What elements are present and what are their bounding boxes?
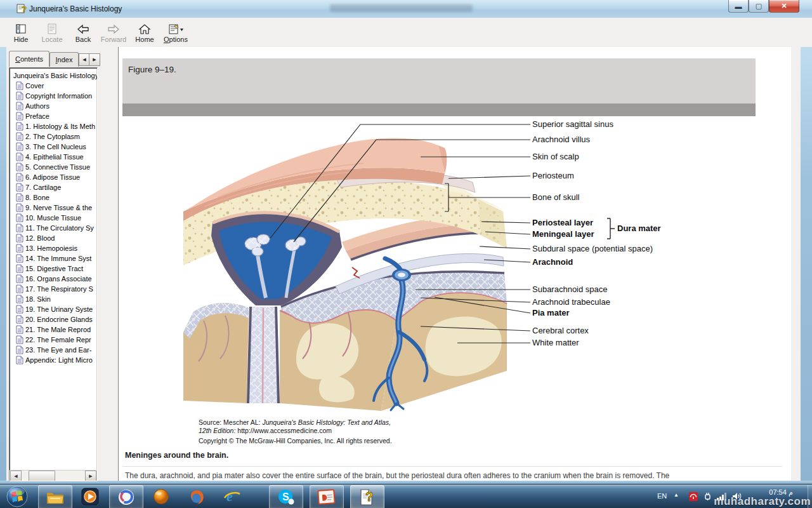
taskbar-skype-button[interactable]: S bbox=[269, 485, 303, 508]
locate-button[interactable]: Locate bbox=[37, 20, 67, 46]
toc-item[interactable]: 2. The Cytoplasm bbox=[10, 131, 97, 142]
toc-item[interactable]: 15. Digestive Tract bbox=[10, 264, 97, 274]
toc-horizontal-scrollbar[interactable]: ◀ ▶ bbox=[10, 470, 96, 481]
toc-item-label: 5. Connective Tissue bbox=[25, 163, 90, 171]
toc-item[interactable]: 11. The Circulatory Sy bbox=[10, 223, 97, 233]
toc-item[interactable]: 8. Bone bbox=[10, 192, 97, 203]
hscroll-right-arrow[interactable]: ▶ bbox=[85, 471, 96, 481]
toc-item[interactable]: 3. The Cell Nucleus bbox=[10, 142, 97, 152]
figure-label: Subarachnoid space bbox=[532, 284, 608, 294]
figure-label: Cerebral cortex bbox=[532, 326, 589, 335]
toc-item-label: 4. Epithelial Tissue bbox=[25, 153, 84, 161]
start-button[interactable] bbox=[3, 485, 31, 508]
toc-item-label: 3. The Cell Nucleus bbox=[25, 143, 86, 150]
locate-label: Locate bbox=[41, 36, 62, 43]
source-copyright: Copyright © The McGraw-Hill Companies, I… bbox=[199, 437, 392, 445]
page-icon bbox=[16, 264, 23, 273]
toc-item[interactable]: 21. The Male Reprod bbox=[10, 324, 97, 335]
toc-item-label: 18. Skin bbox=[25, 295, 51, 303]
toc-item[interactable]: 12. Blood bbox=[10, 233, 97, 243]
firefox-icon bbox=[188, 488, 206, 505]
source-title: Junqueira's Basic Histology: Text and At… bbox=[262, 418, 391, 426]
toc-item[interactable]: 18. Skin bbox=[10, 294, 97, 304]
taskbar-browser-swirl-button[interactable] bbox=[109, 485, 143, 508]
toc-item-label: 13. Hemopoiesis bbox=[25, 244, 77, 252]
toc-item[interactable]: Preface bbox=[10, 111, 97, 121]
tray-show-hidden-icons[interactable]: ▲ bbox=[674, 492, 679, 498]
back-button[interactable]: Back bbox=[70, 20, 96, 46]
tab-scroll-right-button[interactable]: ▶ bbox=[89, 53, 100, 66]
toc-item[interactable]: 20. Endocrine Glands bbox=[10, 314, 97, 324]
tab-index[interactable]: Index bbox=[49, 52, 79, 67]
toc-tree[interactable]: Junqueira's Basic HistologyCoverCopyrigh… bbox=[9, 67, 98, 481]
windows-explorer-icon bbox=[46, 489, 65, 505]
hscroll-left-arrow[interactable]: ◀ bbox=[10, 471, 22, 481]
tab-contents[interactable]: Contents bbox=[9, 51, 49, 67]
maximize-button[interactable]: ▢ bbox=[749, 0, 769, 13]
figure-caption-body: The dura, arachnoid, and pia mater also … bbox=[125, 471, 785, 480]
caption-divider bbox=[122, 466, 782, 467]
toc-item-label: 21. The Male Reprod bbox=[25, 326, 91, 333]
toc-item[interactable]: 17. The Respiratory S bbox=[10, 284, 97, 294]
taskbar-internet-explorer-button[interactable]: e bbox=[216, 485, 249, 508]
taskbar-powerpoint-button[interactable] bbox=[310, 485, 344, 508]
page-icon bbox=[16, 295, 23, 304]
figure-label: Superior sagittal sinus bbox=[532, 119, 613, 129]
titlebar[interactable]: ? Junqueira's Basic Histology ▬ ▢ ✕ bbox=[0, 0, 812, 18]
toc-item[interactable]: 5. Connective Tissue bbox=[10, 162, 97, 172]
forward-button[interactable]: Forward bbox=[98, 20, 129, 46]
hscroll-thumb[interactable] bbox=[29, 471, 55, 481]
hide-button[interactable]: Hide bbox=[8, 20, 34, 46]
page-icon bbox=[16, 91, 23, 100]
forward-label: Forward bbox=[101, 36, 126, 43]
page-icon bbox=[16, 244, 23, 253]
toc-item-label: 1. Histology & Its Meth bbox=[25, 123, 95, 130]
tray-language-indicator[interactable]: EN bbox=[657, 492, 667, 500]
toc-item[interactable]: 6. Adipose Tissue bbox=[10, 172, 97, 182]
hide-label: Hide bbox=[14, 36, 29, 43]
toc-item[interactable]: 9. Nerve Tissue & the bbox=[10, 203, 97, 213]
home-button[interactable]: Home bbox=[131, 20, 159, 46]
toc-root-item[interactable]: Junqueira's Basic Histology bbox=[10, 70, 97, 81]
page-icon bbox=[16, 213, 23, 222]
toc-item[interactable]: Appendix: Light Micro bbox=[10, 355, 97, 365]
close-button[interactable]: ✕ bbox=[769, 0, 799, 13]
minimize-button[interactable]: ▬ bbox=[728, 0, 749, 13]
toc-item-label: Preface bbox=[25, 112, 49, 120]
toc-item[interactable]: Authors bbox=[10, 101, 97, 111]
toc-item-label: 16. Organs Associate bbox=[25, 275, 92, 283]
toc-item[interactable]: 14. The Immune Syst bbox=[10, 253, 97, 264]
toc-item[interactable]: 7. Cartilage bbox=[10, 182, 97, 192]
home-icon bbox=[138, 23, 151, 35]
page-icon bbox=[16, 254, 23, 263]
toc-item[interactable]: 13. Hemopoiesis bbox=[10, 243, 97, 253]
background-window-title-blur bbox=[330, 4, 473, 12]
locate-icon bbox=[46, 23, 58, 35]
taskbar-help-viewer-button[interactable]: ? bbox=[350, 485, 384, 508]
tray-antivirus-icon[interactable] bbox=[689, 492, 698, 501]
toc-item[interactable]: 10. Muscle Tissue bbox=[10, 213, 97, 223]
toc-item[interactable]: 23. The Eye and Ear- bbox=[10, 345, 97, 355]
back-label: Back bbox=[75, 36, 91, 43]
options-button[interactable]: Options bbox=[160, 20, 192, 46]
toc-item[interactable]: Cover bbox=[10, 81, 97, 91]
toc-item[interactable]: Copyright Information bbox=[10, 91, 97, 101]
toc-item-label: 14. The Immune Syst bbox=[25, 255, 91, 262]
toc-item[interactable]: 22. The Female Repr bbox=[10, 335, 97, 345]
taskbar: e S ? EN ▲ bbox=[0, 484, 812, 508]
source-prefix: Source: Mescher AL: bbox=[199, 418, 262, 426]
taskbar-orange-app-button[interactable] bbox=[145, 485, 178, 508]
browser-swirl-icon bbox=[117, 488, 135, 506]
toc-item[interactable]: 16. Organs Associate bbox=[10, 274, 97, 284]
taskbar-firefox-button[interactable] bbox=[180, 485, 213, 508]
help-app-icon: ? bbox=[16, 3, 27, 13]
toc-item[interactable]: 19. The Urinary Syste bbox=[10, 304, 97, 314]
figure-number: Figure 9–19. bbox=[128, 65, 176, 74]
toc-item-label: 23. The Eye and Ear- bbox=[25, 346, 91, 354]
tab-index-label: Index bbox=[56, 56, 73, 64]
taskbar-explorer-button[interactable] bbox=[38, 485, 72, 508]
tray-power-icon[interactable] bbox=[703, 491, 712, 501]
toc-item[interactable]: 1. Histology & Its Meth bbox=[10, 121, 97, 131]
toc-item[interactable]: 4. Epithelial Tissue bbox=[10, 152, 97, 162]
taskbar-media-player-button[interactable] bbox=[74, 485, 107, 508]
